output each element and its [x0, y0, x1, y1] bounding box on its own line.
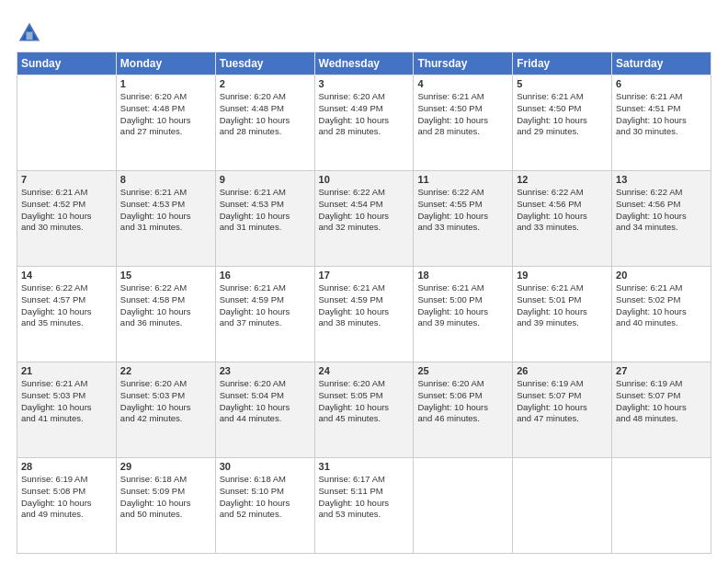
- day-cell: 19Sunrise: 6:21 AMSunset: 5:01 PMDayligh…: [513, 267, 612, 362]
- day-cell: 23Sunrise: 6:20 AMSunset: 5:04 PMDayligh…: [215, 362, 314, 458]
- day-number: 9: [220, 174, 311, 185]
- day-cell: 20Sunrise: 6:21 AMSunset: 5:02 PMDayligh…: [612, 267, 711, 362]
- day-number: 30: [220, 461, 311, 472]
- day-detail: Sunrise: 6:18 AMSunset: 5:10 PMDaylight:…: [220, 474, 311, 521]
- day-cell: [414, 458, 513, 554]
- header-friday: Friday: [513, 52, 612, 75]
- day-cell: 31Sunrise: 6:17 AMSunset: 5:11 PMDayligh…: [314, 458, 414, 554]
- day-cell: 27Sunrise: 6:19 AMSunset: 5:07 PMDayligh…: [612, 362, 711, 458]
- day-number: 20: [616, 270, 707, 281]
- day-cell: 24Sunrise: 6:20 AMSunset: 5:05 PMDayligh…: [314, 362, 414, 458]
- logo-icon: [17, 20, 42, 46]
- day-cell: 14Sunrise: 6:22 AMSunset: 4:57 PMDayligh…: [17, 267, 117, 362]
- day-number: 12: [517, 174, 608, 185]
- day-number: 17: [319, 270, 410, 281]
- day-detail: Sunrise: 6:21 AMSunset: 4:59 PMDaylight:…: [319, 282, 410, 329]
- day-cell: 17Sunrise: 6:21 AMSunset: 4:59 PMDayligh…: [314, 267, 414, 362]
- day-detail: Sunrise: 6:20 AMSunset: 4:48 PMDaylight:…: [220, 91, 311, 138]
- day-cell: 29Sunrise: 6:18 AMSunset: 5:09 PMDayligh…: [116, 458, 215, 554]
- day-detail: Sunrise: 6:20 AMSunset: 4:49 PMDaylight:…: [319, 91, 410, 138]
- day-number: 6: [616, 78, 707, 89]
- day-cell: [612, 458, 711, 554]
- day-detail: Sunrise: 6:21 AMSunset: 5:00 PMDaylight:…: [417, 282, 508, 329]
- day-cell: 8Sunrise: 6:21 AMSunset: 4:53 PMDaylight…: [116, 171, 215, 267]
- day-cell: 13Sunrise: 6:22 AMSunset: 4:56 PMDayligh…: [612, 171, 711, 267]
- day-cell: 1Sunrise: 6:20 AMSunset: 4:48 PMDaylight…: [116, 75, 215, 171]
- day-detail: Sunrise: 6:21 AMSunset: 4:50 PMDaylight:…: [517, 91, 608, 138]
- day-detail: Sunrise: 6:21 AMSunset: 4:52 PMDaylight:…: [21, 187, 112, 234]
- day-detail: Sunrise: 6:21 AMSunset: 4:59 PMDaylight:…: [220, 282, 311, 329]
- day-detail: Sunrise: 6:17 AMSunset: 5:11 PMDaylight:…: [319, 474, 410, 521]
- day-number: 7: [21, 174, 112, 185]
- day-number: 27: [616, 365, 707, 376]
- day-cell: 12Sunrise: 6:22 AMSunset: 4:56 PMDayligh…: [513, 171, 612, 267]
- day-cell: 18Sunrise: 6:21 AMSunset: 5:00 PMDayligh…: [414, 267, 513, 362]
- day-number: 28: [21, 461, 112, 472]
- day-cell: 25Sunrise: 6:20 AMSunset: 5:06 PMDayligh…: [414, 362, 513, 458]
- day-number: 25: [417, 365, 508, 376]
- day-number: 10: [319, 174, 410, 185]
- day-cell: 26Sunrise: 6:19 AMSunset: 5:07 PMDayligh…: [513, 362, 612, 458]
- day-detail: Sunrise: 6:22 AMSunset: 4:54 PMDaylight:…: [319, 187, 410, 234]
- day-number: 8: [120, 174, 211, 185]
- day-number: 3: [319, 78, 410, 89]
- day-cell: 16Sunrise: 6:21 AMSunset: 4:59 PMDayligh…: [215, 267, 314, 362]
- day-cell: 7Sunrise: 6:21 AMSunset: 4:52 PMDaylight…: [17, 171, 117, 267]
- day-detail: Sunrise: 6:20 AMSunset: 5:03 PMDaylight:…: [120, 378, 211, 425]
- week-row-2: 7Sunrise: 6:21 AMSunset: 4:52 PMDaylight…: [17, 171, 711, 267]
- header: [17, 17, 711, 46]
- header-monday: Monday: [116, 52, 215, 75]
- day-detail: Sunrise: 6:22 AMSunset: 4:58 PMDaylight:…: [120, 282, 211, 329]
- header-wednesday: Wednesday: [314, 52, 414, 75]
- svg-rect-2: [27, 32, 33, 40]
- day-detail: Sunrise: 6:22 AMSunset: 4:56 PMDaylight:…: [616, 187, 707, 234]
- header-saturday: Saturday: [612, 52, 711, 75]
- day-detail: Sunrise: 6:19 AMSunset: 5:08 PMDaylight:…: [21, 474, 112, 521]
- week-row-4: 21Sunrise: 6:21 AMSunset: 5:03 PMDayligh…: [17, 362, 711, 458]
- day-cell: 9Sunrise: 6:21 AMSunset: 4:53 PMDaylight…: [215, 171, 314, 267]
- day-cell: [17, 75, 117, 171]
- day-detail: Sunrise: 6:20 AMSunset: 5:04 PMDaylight:…: [220, 378, 311, 425]
- day-number: 2: [220, 78, 311, 89]
- day-detail: Sunrise: 6:21 AMSunset: 5:01 PMDaylight:…: [517, 282, 608, 329]
- header-thursday: Thursday: [414, 52, 513, 75]
- day-number: 29: [120, 461, 211, 472]
- day-cell: [513, 458, 612, 554]
- day-number: 13: [616, 174, 707, 185]
- day-cell: 6Sunrise: 6:21 AMSunset: 4:51 PMDaylight…: [612, 75, 711, 171]
- day-detail: Sunrise: 6:20 AMSunset: 5:06 PMDaylight:…: [417, 378, 508, 425]
- day-cell: 5Sunrise: 6:21 AMSunset: 4:50 PMDaylight…: [513, 75, 612, 171]
- day-number: 15: [120, 270, 211, 281]
- day-detail: Sunrise: 6:20 AMSunset: 5:05 PMDaylight:…: [319, 378, 410, 425]
- day-number: 5: [517, 78, 608, 89]
- day-cell: 15Sunrise: 6:22 AMSunset: 4:58 PMDayligh…: [116, 267, 215, 362]
- day-number: 24: [319, 365, 410, 376]
- week-row-1: 1Sunrise: 6:20 AMSunset: 4:48 PMDaylight…: [17, 75, 711, 171]
- day-cell: 2Sunrise: 6:20 AMSunset: 4:48 PMDaylight…: [215, 75, 314, 171]
- header-sunday: Sunday: [17, 52, 117, 75]
- day-number: 11: [417, 174, 508, 185]
- day-detail: Sunrise: 6:21 AMSunset: 5:03 PMDaylight:…: [21, 378, 112, 425]
- day-detail: Sunrise: 6:22 AMSunset: 4:57 PMDaylight:…: [21, 282, 112, 329]
- week-row-5: 28Sunrise: 6:19 AMSunset: 5:08 PMDayligh…: [17, 458, 711, 554]
- day-number: 1: [120, 78, 211, 89]
- day-detail: Sunrise: 6:18 AMSunset: 5:09 PMDaylight:…: [120, 474, 211, 521]
- header-row: SundayMondayTuesdayWednesdayThursdayFrid…: [17, 52, 711, 75]
- day-cell: 28Sunrise: 6:19 AMSunset: 5:08 PMDayligh…: [17, 458, 117, 554]
- day-cell: 11Sunrise: 6:22 AMSunset: 4:55 PMDayligh…: [414, 171, 513, 267]
- day-number: 16: [220, 270, 311, 281]
- calendar-table: SundayMondayTuesdayWednesdayThursdayFrid…: [17, 52, 711, 554]
- day-detail: Sunrise: 6:19 AMSunset: 5:07 PMDaylight:…: [616, 378, 707, 425]
- day-number: 23: [220, 365, 311, 376]
- day-number: 19: [517, 270, 608, 281]
- day-cell: 30Sunrise: 6:18 AMSunset: 5:10 PMDayligh…: [215, 458, 314, 554]
- day-detail: Sunrise: 6:21 AMSunset: 4:51 PMDaylight:…: [616, 91, 707, 138]
- day-cell: 21Sunrise: 6:21 AMSunset: 5:03 PMDayligh…: [17, 362, 117, 458]
- page: SundayMondayTuesdayWednesdayThursdayFrid…: [0, 0, 728, 563]
- day-detail: Sunrise: 6:19 AMSunset: 5:07 PMDaylight:…: [517, 378, 608, 425]
- logo: [17, 20, 46, 46]
- day-detail: Sunrise: 6:22 AMSunset: 4:56 PMDaylight:…: [517, 187, 608, 234]
- day-number: 31: [319, 461, 410, 472]
- day-cell: 3Sunrise: 6:20 AMSunset: 4:49 PMDaylight…: [314, 75, 414, 171]
- header-tuesday: Tuesday: [215, 52, 314, 75]
